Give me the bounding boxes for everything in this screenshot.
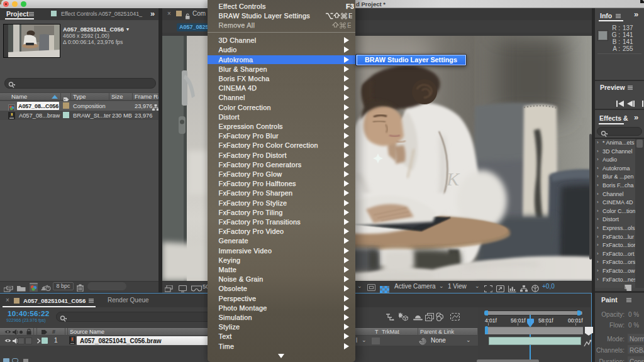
- svg-text:E: E: [347, 22, 351, 29]
- svg-text:E: E: [348, 13, 352, 19]
- svg-text:K: K: [446, 168, 460, 189]
